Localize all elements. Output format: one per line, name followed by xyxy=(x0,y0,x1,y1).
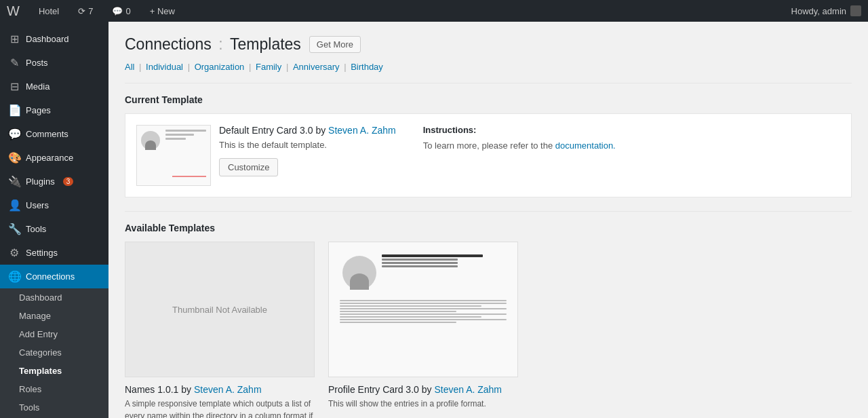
updates[interactable]: ⟳ 7 xyxy=(73,0,98,22)
profile-thumb-content xyxy=(336,249,511,370)
wp-logo[interactable]: W xyxy=(7,3,20,19)
connections-icon: 🌐 xyxy=(8,270,20,283)
plugins-badge: 3 xyxy=(63,177,74,186)
names-thumb: Thumbnail Not Available xyxy=(125,242,315,377)
profile-body-text xyxy=(340,300,507,324)
updates-count: 7 xyxy=(88,6,93,16)
sidebar-item-pages[interactable]: 📄 Pages xyxy=(0,98,108,122)
conn-sub-roles[interactable]: Roles xyxy=(0,380,108,398)
separator: : xyxy=(218,35,227,53)
instructions-title: Instructions: xyxy=(423,125,840,135)
conn-sub-add-entry[interactable]: Add Entry xyxy=(0,325,108,343)
sidebar-item-label: Tools xyxy=(26,224,46,234)
sidebar-item-dashboard[interactable]: ⊞ Dashboard xyxy=(0,27,108,51)
current-template-box: Default Entry Card 3.0 by Steven A. Zahm… xyxy=(125,113,852,197)
get-more-button[interactable]: Get More xyxy=(309,36,361,53)
comments[interactable]: 💬 0 xyxy=(106,0,136,22)
customize-button[interactable]: Customize xyxy=(219,158,278,176)
sidebar-item-plugins[interactable]: 🔌 Plugins 3 xyxy=(0,170,108,193)
sidebar-item-settings[interactable]: ⚙ Settings xyxy=(0,241,108,265)
current-template-left: Default Entry Card 3.0 by Steven A. Zahm… xyxy=(136,125,396,186)
connections-submenu: Dashboard Manage Add Entry Categories Te… xyxy=(0,288,108,418)
conn-sub-tools[interactable]: Tools xyxy=(0,398,108,417)
conn-sub-templates[interactable]: Templates xyxy=(0,362,108,380)
body-line-9 xyxy=(340,322,456,323)
profile-sub-line-1 xyxy=(382,259,458,261)
page-header: Connections : Templates Get More xyxy=(125,35,852,54)
profile-sub-line-2 xyxy=(382,262,458,264)
body-line-5 xyxy=(340,311,456,312)
sidebar-item-users[interactable]: 👤 Users xyxy=(0,193,108,217)
new-content[interactable]: + New xyxy=(144,0,180,22)
filter-all[interactable]: All xyxy=(125,62,134,72)
howdy-text: Howdy, admin xyxy=(791,6,846,16)
sidebar-item-label: Connections xyxy=(26,271,75,282)
profile-card-name: Profile Entry Card 3.0 by Steven A. Zahm xyxy=(328,384,518,395)
sidebar-item-tools[interactable]: 🔧 Tools xyxy=(0,217,108,241)
profile-name-line xyxy=(382,254,483,257)
comments-count: 0 xyxy=(125,6,130,16)
profile-card-desc: This will show the entries in a profile … xyxy=(328,398,518,410)
conn-sub-dashboard[interactable]: Dashboard xyxy=(0,288,108,307)
thumb-line-3 xyxy=(165,138,186,140)
sidebar-item-posts[interactable]: ✎ Posts xyxy=(0,51,108,75)
body-line-4 xyxy=(340,308,507,309)
current-template-title: Current Template xyxy=(125,94,852,105)
profile-thumb xyxy=(328,242,518,377)
updates-icon: ⟳ xyxy=(78,6,85,16)
body-line-1 xyxy=(340,300,507,301)
admin-avatar[interactable] xyxy=(850,5,861,16)
template-name: Default Entry Card 3.0 by Steven A. Zahm xyxy=(219,125,396,136)
main-content: Connections : Templates Get More All | I… xyxy=(108,22,868,418)
filter-anniversary[interactable]: Anniversary xyxy=(293,62,340,72)
divider xyxy=(125,83,852,83)
filter-family[interactable]: Family xyxy=(256,62,281,72)
template-author-link[interactable]: Steven A. Zahm xyxy=(328,125,396,136)
filter-birthday[interactable]: Birthday xyxy=(351,62,383,72)
thumb-divider xyxy=(172,176,206,177)
sidebar-item-label: Media xyxy=(26,81,50,92)
filter-individual[interactable]: Individual xyxy=(146,62,183,72)
appearance-icon: 🎨 xyxy=(8,151,20,164)
filter-organization[interactable]: Organization xyxy=(195,62,245,72)
instructions-text: To learn more, please refer to the docum… xyxy=(423,140,840,151)
sidebar-item-connections[interactable]: 🌐 Connections xyxy=(0,265,108,288)
sidebar-item-label: Appearance xyxy=(26,153,73,163)
names-author-link[interactable]: Steven A. Zahm xyxy=(194,384,262,395)
sidebar-item-label: Posts xyxy=(26,58,48,68)
body-line-7 xyxy=(340,316,481,318)
thumb-lines xyxy=(165,130,206,142)
template-card-profile: Profile Entry Card 3.0 by Steven A. Zahm… xyxy=(328,242,518,418)
sidebar: ⊞ Dashboard ✎ Posts ⊟ Media 📄 Pages 💬 Co… xyxy=(0,22,108,418)
instructions-box: Instructions: To learn more, please refe… xyxy=(410,125,840,186)
posts-icon: ✎ xyxy=(8,56,20,69)
settings-icon: ⚙ xyxy=(8,246,20,259)
sidebar-item-comments[interactable]: 💬 Comments xyxy=(0,122,108,146)
template-description: This is the default template. xyxy=(219,140,396,150)
divider-2 xyxy=(125,211,852,212)
no-thumb-label: Thumbnail Not Available xyxy=(172,305,267,315)
profile-avatar xyxy=(342,256,376,290)
sidebar-item-media[interactable]: ⊟ Media xyxy=(0,75,108,98)
sidebar-item-label: Comments xyxy=(26,129,68,139)
conn-sub-categories[interactable]: Categories xyxy=(0,343,108,362)
media-icon: ⊟ xyxy=(8,80,20,93)
profile-sub-line-3 xyxy=(382,265,458,267)
template-card-names: Thumbnail Not Available Names 1.0.1 by S… xyxy=(125,242,315,418)
admin-bar: W Hotel ⟳ 7 💬 0 + New Howdy, admin xyxy=(0,0,868,22)
conn-sub-manage[interactable]: Manage xyxy=(0,307,108,325)
site-name[interactable]: Hotel xyxy=(33,0,64,22)
sidebar-item-label: Pages xyxy=(26,105,51,115)
sidebar-item-label: Users xyxy=(26,200,49,210)
plugins-icon: 🔌 xyxy=(8,175,20,188)
sidebar-item-label: Dashboard xyxy=(26,34,69,44)
body-line-8 xyxy=(340,319,507,320)
sidebar-item-appearance[interactable]: 🎨 Appearance xyxy=(0,146,108,170)
page-title: Connections : Templates xyxy=(125,35,301,54)
current-template-thumb xyxy=(136,125,211,186)
body-line-2 xyxy=(340,303,507,304)
tools-icon: 🔧 xyxy=(8,223,20,235)
profile-author-link[interactable]: Steven A. Zahm xyxy=(434,384,502,395)
documentation-link[interactable]: documentation. xyxy=(555,140,616,151)
templates-grid: Thumbnail Not Available Names 1.0.1 by S… xyxy=(125,242,852,418)
